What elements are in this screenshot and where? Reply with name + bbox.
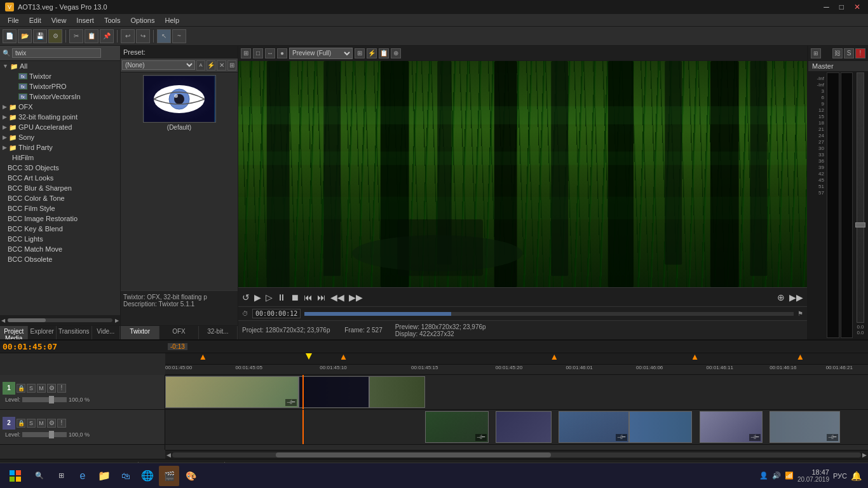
prev-loop-btn[interactable]: ↺	[241, 292, 251, 302]
menu-tools[interactable]: Tools	[99, 15, 126, 25]
undo-button[interactable]: ↩	[121, 29, 135, 43]
level-thumb-2[interactable]	[49, 431, 54, 438]
envelope-tool[interactable]: ~	[172, 29, 186, 43]
tree-item-bcclights[interactable]: BCC Lights	[0, 234, 120, 244]
master-settings[interactable]: ⊞	[811, 48, 821, 58]
preview-ext-btn[interactable]: ⊕	[391, 48, 401, 58]
fx-thumb-default[interactable]: (Default)	[143, 75, 216, 131]
clip-2-1[interactable]: ⊣⊢	[425, 411, 489, 443]
preview-tb-btn4[interactable]: ●	[277, 48, 287, 58]
prev-play-btn[interactable]: ▶	[253, 292, 262, 302]
master-chain[interactable]: ⛓	[832, 48, 843, 58]
prev-extra-btn[interactable]: ⊕	[776, 292, 786, 302]
new-button[interactable]: 📄	[3, 29, 17, 43]
preview-tb-btn2[interactable]: □	[253, 48, 263, 58]
tree-item-bccobs[interactable]: BCC Obsolete	[0, 254, 120, 264]
tree-item-bcckey[interactable]: BCC Key & Blend	[0, 224, 120, 234]
cut-button[interactable]: ✂	[69, 29, 83, 43]
tree-item-thirdparty[interactable]: ▶ 📁 Third Party	[0, 142, 120, 152]
track-fx-btn[interactable]: !	[57, 384, 66, 393]
scroll-thumb[interactable]	[8, 318, 46, 322]
tab-transitions[interactable]: Transitions	[57, 326, 92, 339]
fader-thumb[interactable]	[855, 222, 865, 227]
clip-2-2[interactable]	[496, 411, 552, 443]
clip-2-4[interactable]	[629, 411, 693, 443]
track2-solo-btn[interactable]: S	[27, 419, 36, 428]
tree-item-bccmatch[interactable]: BCC Match Move	[0, 244, 120, 254]
task-view-btn[interactable]: ⊞	[51, 466, 71, 486]
level-slider-2[interactable]	[22, 432, 67, 437]
redo-button[interactable]: ↪	[136, 29, 150, 43]
clip-1-2[interactable]	[299, 376, 369, 408]
track-solo-btn[interactable]: S	[27, 384, 36, 393]
video-editor-taskbar[interactable]: 🎬	[159, 466, 179, 486]
chrome-icon[interactable]: 🌐	[137, 466, 158, 486]
tree-item-twixtor[interactable]: fx Twixtor	[0, 71, 120, 81]
prev-more-btn[interactable]: ▶▶	[788, 292, 804, 302]
track-mute-btn[interactable]: M	[37, 384, 46, 393]
preset-view-btn[interactable]: ⊞	[227, 60, 236, 71]
track2-lock-btn[interactable]: 🔒	[17, 419, 25, 428]
tree-item-bccblur[interactable]: BCC Blur & Sharpen	[0, 183, 120, 193]
clip-2-6[interactable]: ⊣⊢	[770, 411, 840, 443]
fx-tab-ofx[interactable]: OFX	[159, 326, 198, 339]
store-icon[interactable]: 🛍	[116, 466, 136, 486]
fx-tab-twixtor[interactable]: Twixtor	[121, 326, 159, 339]
preset-dropdown[interactable]: (None)	[122, 60, 195, 70]
prev-slow-btn[interactable]: ◀◀	[329, 292, 346, 302]
tree-item-sony[interactable]: ▶ 📁 Sony	[0, 132, 120, 142]
track2-settings-btn[interactable]: ⚙	[47, 419, 56, 428]
menu-help[interactable]: Help	[159, 15, 184, 25]
preset-delete-btn[interactable]: ✕	[217, 60, 226, 71]
scroll-left[interactable]: ◀	[1, 318, 5, 323]
file-explorer-icon[interactable]: 📁	[94, 466, 114, 486]
menu-view[interactable]: View	[46, 15, 72, 25]
h-scroll-track[interactable]	[172, 452, 861, 458]
tree-item-bccart[interactable]: BCC Art Looks	[0, 173, 120, 183]
tree-item-32bit[interactable]: ▶ 📁 32-bit floating point	[0, 112, 120, 122]
scroll-right[interactable]: ▶	[115, 318, 119, 323]
preview-grid-btn[interactable]: ⊞	[355, 48, 365, 58]
timecode-slider[interactable]	[304, 312, 794, 316]
open-button[interactable]: 📂	[18, 29, 32, 43]
prev-play2-btn[interactable]: ▷	[264, 292, 274, 302]
tree-item-twixtorpro[interactable]: fx TwixtorPRO	[0, 81, 120, 92]
close-button[interactable]: ✕	[851, 3, 863, 11]
clip-1-1[interactable]: ⊣⊢	[165, 376, 299, 408]
tab-video[interactable]: Vide...	[92, 326, 120, 339]
preview-tb-btn3[interactable]: ↔	[265, 48, 275, 58]
preset-new-btn[interactable]: A	[196, 60, 205, 71]
menu-insert[interactable]: Insert	[71, 15, 99, 25]
paint-icon[interactable]: 🎨	[180, 466, 201, 486]
level-thumb-1[interactable]	[49, 396, 54, 403]
tree-item-bccimage[interactable]: BCC Image Restoratio	[0, 214, 120, 224]
prev-step-back-btn[interactable]: ⏮	[302, 292, 314, 302]
tree-item-all[interactable]: ▼ 📁 All	[0, 61, 120, 71]
h-scroll-thumb[interactable]	[276, 452, 552, 458]
preview-mode-dropdown[interactable]: Preview (Full)	[289, 48, 353, 59]
tab-explorer[interactable]: Explorer	[28, 326, 56, 339]
tree-item-twixtorv[interactable]: fx TwixtorVectorsIn	[0, 92, 120, 102]
prev-step-fwd-btn[interactable]: ⏭	[316, 292, 327, 302]
maximize-button[interactable]: □	[837, 3, 846, 11]
search-taskbar-btn[interactable]: 🔍	[29, 466, 50, 486]
menu-file[interactable]: File	[3, 15, 24, 25]
fx-tab-32bit[interactable]: 32-bit...	[199, 326, 238, 339]
tree-item-bccfilm[interactable]: BCC Film Style	[0, 203, 120, 214]
level-slider-1[interactable]	[22, 397, 67, 402]
start-button[interactable]	[3, 466, 28, 486]
clip-1-3[interactable]	[369, 376, 425, 408]
save-button[interactable]: 💾	[33, 29, 47, 43]
track-lock-btn[interactable]: 🔒	[17, 384, 25, 393]
paste-button[interactable]: 📌	[100, 29, 114, 43]
fader-track[interactable]	[857, 72, 864, 323]
track2-fx-btn[interactable]: !	[57, 419, 66, 428]
minimize-button[interactable]: ─	[821, 3, 832, 11]
master-solo[interactable]: S	[844, 48, 854, 58]
tree-item-ofx[interactable]: ▶ 📁 OFX	[0, 102, 120, 112]
prev-pause-btn[interactable]: ⏸	[276, 292, 287, 302]
tree-item-hitfilm[interactable]: HitFilm	[0, 152, 120, 163]
preview-snap-btn[interactable]: ⚡	[367, 48, 377, 58]
track2-mute-btn[interactable]: M	[37, 419, 46, 428]
cursor-tool[interactable]: ↖	[157, 29, 171, 43]
